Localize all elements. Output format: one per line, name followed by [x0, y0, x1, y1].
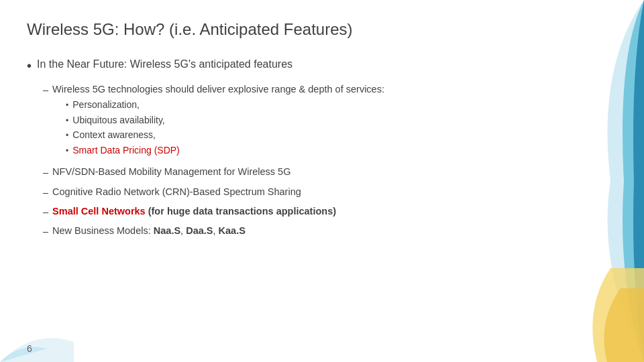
dash-item-4: – Small Cell Networks (for huge data tra… [43, 204, 550, 219]
main-bullet-item: • In the Near Future: Wireless 5G's anti… [27, 58, 550, 73]
dash-item-2-text: NFV/SDN-Based Mobility Management for Wi… [52, 165, 290, 178]
naas-text: Naa.S [154, 225, 180, 236]
daas-text: Daa.S [186, 225, 213, 236]
nested-bullet-dot-4: • [66, 145, 68, 157]
nested-bullet-3: • Context awareness, [66, 129, 384, 142]
dash-item-1-content: Wireless 5G technologies should deliver … [52, 82, 384, 160]
nested-bullet-text-2: Ubiquitous availability, [72, 114, 164, 127]
dash-item-3: – Cognitive Radio Network (CRN)-Based Sp… [43, 185, 550, 199]
dash-item-1: – Wireless 5G technologies should delive… [43, 82, 550, 160]
dash-item-2: – NFV/SDN-Based Mobility Management for … [43, 165, 550, 179]
nested-bullet-1: • Personalization, [66, 99, 384, 112]
nested-bullet-dot-2: • [66, 115, 68, 127]
dash-sym-1: – [43, 83, 48, 97]
dash-sym-2: – [43, 166, 48, 179]
comma-1: , [180, 225, 186, 236]
small-cell-rest-text: (for huge data transactions applications… [146, 206, 336, 217]
slide-title: Wireless 5G: How? (i.e. Anticipated Feat… [27, 20, 550, 40]
kaas-text: Kaa.S [219, 225, 246, 236]
dash-item-3-text: Cognitive Radio Network (CRN)-Based Spec… [52, 185, 301, 198]
nested-bullets: • Personalization, • Ubiquitous availabi… [66, 99, 384, 157]
main-bullet-dot: • [27, 58, 32, 73]
dash-item-1-text: Wireless 5G technologies should deliver … [52, 84, 384, 95]
sub-items-container: – Wireless 5G technologies should delive… [43, 82, 550, 239]
main-bullet-text: In the Near Future: Wireless 5G's antici… [37, 58, 292, 70]
new-business-label: New Business Models: [52, 225, 154, 236]
dash-item-5: – New Business Models: Naa.S, Daa.S, Kaa… [43, 224, 550, 238]
deco-right [557, 0, 644, 362]
nested-bullet-text-4: Smart Data Pricing (SDP) [72, 144, 179, 158]
nested-bullet-4: • Smart Data Pricing (SDP) [66, 144, 384, 158]
nested-bullet-dot-1: • [66, 100, 68, 111]
dash-sym-5: – [43, 225, 48, 238]
dash-item-4-text: Small Cell Networks (for huge data trans… [52, 204, 336, 218]
slide-content: Wireless 5G: How? (i.e. Anticipated Feat… [27, 20, 550, 335]
comma-2: , [213, 225, 218, 236]
nested-bullet-dot-3: • [66, 130, 68, 141]
nested-bullet-2: • Ubiquitous availability, [66, 114, 384, 127]
nested-bullet-text-3: Context awareness, [72, 129, 156, 142]
dash-sym-3: – [43, 186, 48, 199]
small-cell-networks-text: Small Cell Networks [52, 206, 146, 217]
dash-item-5-text: New Business Models: Naa.S, Daa.S, Kaa.S [52, 224, 246, 237]
slide: Wireless 5G: How? (i.e. Anticipated Feat… [0, 0, 644, 362]
nested-bullet-text-1: Personalization, [72, 99, 140, 112]
page-number: 6 [27, 343, 32, 354]
dash-sym-4: – [43, 205, 48, 219]
